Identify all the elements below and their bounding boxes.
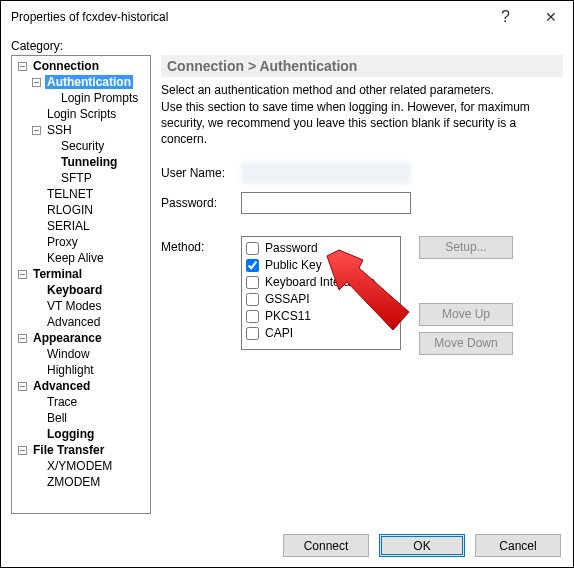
- tree-ssh[interactable]: SSH: [45, 123, 74, 137]
- tree-terminal[interactable]: Terminal: [31, 267, 84, 281]
- move-down-button[interactable]: Move Down: [419, 332, 513, 355]
- tree-tunneling[interactable]: Tunneling: [59, 155, 119, 169]
- tree-window[interactable]: Window: [45, 347, 92, 361]
- method-list[interactable]: Password Public Key Keyboard Interactive…: [241, 236, 401, 350]
- tree-file-transfer[interactable]: File Transfer: [31, 443, 106, 457]
- expand-icon[interactable]: −: [18, 62, 27, 71]
- tree-xymodem[interactable]: X/YMODEM: [45, 459, 114, 473]
- tree-highlight[interactable]: Highlight: [45, 363, 96, 377]
- method-gssapi[interactable]: GSSAPI: [246, 291, 396, 308]
- description-1: Select an authentication method and othe…: [161, 83, 563, 97]
- tree-trace[interactable]: Trace: [45, 395, 79, 409]
- client-area: Category: −Connection −Authentication Lo…: [1, 33, 573, 524]
- tree-logging[interactable]: Logging: [45, 427, 96, 441]
- method-password-checkbox[interactable]: [246, 242, 259, 255]
- tree-rlogin[interactable]: RLOGIN: [45, 203, 95, 217]
- method-label: Method:: [161, 236, 241, 254]
- tree-connection[interactable]: Connection: [31, 59, 101, 73]
- password-label: Password:: [161, 196, 241, 210]
- method-password[interactable]: Password: [246, 240, 396, 257]
- expand-icon[interactable]: −: [32, 78, 41, 87]
- method-capi-checkbox[interactable]: [246, 327, 259, 340]
- description-2: Use this section to save time when loggi…: [161, 99, 563, 148]
- tree-appearance[interactable]: Appearance: [31, 331, 104, 345]
- expand-icon[interactable]: −: [32, 126, 41, 135]
- tree-advanced[interactable]: Advanced: [31, 379, 92, 393]
- method-keyboard-checkbox[interactable]: [246, 276, 259, 289]
- cancel-button[interactable]: Cancel: [475, 534, 561, 557]
- tree-telnet[interactable]: TELNET: [45, 187, 95, 201]
- dialog-buttons: Connect OK Cancel: [1, 524, 573, 567]
- tree-proxy[interactable]: Proxy: [45, 235, 80, 249]
- method-public-key-checkbox[interactable]: [246, 259, 259, 272]
- help-button[interactable]: ?: [483, 2, 528, 32]
- username-label: User Name:: [161, 166, 241, 180]
- settings-panel: Connection > Authentication Select an au…: [161, 55, 563, 514]
- tree-login-prompts[interactable]: Login Prompts: [59, 91, 140, 105]
- expand-icon[interactable]: −: [18, 270, 27, 279]
- password-input[interactable]: [241, 192, 411, 214]
- expand-icon[interactable]: −: [18, 382, 27, 391]
- tree-authentication[interactable]: Authentication: [45, 75, 133, 89]
- method-capi[interactable]: CAPI: [246, 325, 396, 342]
- move-up-button[interactable]: Move Up: [419, 303, 513, 326]
- category-label: Category:: [11, 39, 563, 53]
- setup-button[interactable]: Setup...: [419, 236, 513, 259]
- expand-icon[interactable]: −: [18, 334, 27, 343]
- method-pkcs11[interactable]: PKCS11: [246, 308, 396, 325]
- title-bar: Properties of fcxdev-historical ? ✕: [1, 1, 573, 33]
- window-title: Properties of fcxdev-historical: [11, 10, 483, 24]
- tree-sftp[interactable]: SFTP: [59, 171, 94, 185]
- breadcrumb: Connection > Authentication: [161, 55, 563, 77]
- method-keyboard-interactive[interactable]: Keyboard Interactive: [246, 274, 396, 291]
- tree-zmodem[interactable]: ZMODEM: [45, 475, 102, 489]
- category-tree[interactable]: −Connection −Authentication Login Prompt…: [11, 55, 151, 514]
- expand-icon[interactable]: −: [18, 446, 27, 455]
- method-public-key[interactable]: Public Key: [246, 257, 396, 274]
- tree-bell[interactable]: Bell: [45, 411, 69, 425]
- tree-vt-modes[interactable]: VT Modes: [45, 299, 103, 313]
- ok-button[interactable]: OK: [379, 534, 465, 557]
- tree-serial[interactable]: SERIAL: [45, 219, 92, 233]
- connect-button[interactable]: Connect: [283, 534, 369, 557]
- tree-advanced-terminal[interactable]: Advanced: [45, 315, 102, 329]
- tree-security[interactable]: Security: [59, 139, 106, 153]
- method-gssapi-checkbox[interactable]: [246, 293, 259, 306]
- tree-login-scripts[interactable]: Login Scripts: [45, 107, 118, 121]
- tree-keep-alive[interactable]: Keep Alive: [45, 251, 106, 265]
- close-button[interactable]: ✕: [528, 2, 573, 32]
- tree-keyboard[interactable]: Keyboard: [45, 283, 104, 297]
- username-value: [241, 162, 411, 184]
- method-pkcs11-checkbox[interactable]: [246, 310, 259, 323]
